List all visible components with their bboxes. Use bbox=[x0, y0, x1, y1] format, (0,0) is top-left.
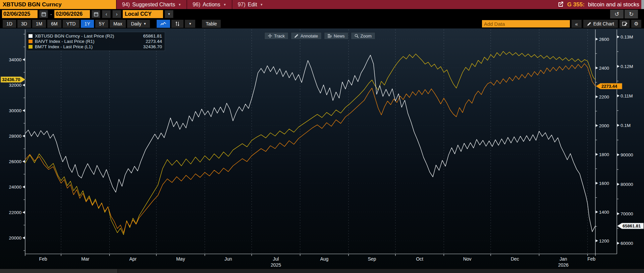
svg-text:Jul: Jul bbox=[273, 256, 279, 262]
chart-edit-icon bbox=[622, 22, 627, 26]
legend-label: BM7T Index - Last Price (L1) bbox=[35, 44, 141, 49]
range-button-ytd[interactable]: YTD bbox=[63, 20, 79, 28]
edit-chart-button[interactable]: Edit Chart bbox=[583, 20, 618, 28]
legend-row-bm7t[interactable]: BM7T Index - Last Price (L1) 32436.70 bbox=[29, 44, 162, 49]
add-data-input[interactable] bbox=[482, 20, 570, 27]
chevron-left-icon: ‹ bbox=[106, 11, 107, 17]
r1-last-price-tag: 2273.44 bbox=[596, 83, 622, 89]
range-button-1y[interactable]: 1Y bbox=[81, 20, 94, 28]
gridlines bbox=[25, 29, 617, 254]
chevron-down-icon: ▼ bbox=[168, 12, 171, 16]
bars-updown-icon bbox=[175, 21, 180, 26]
svg-text:Sep: Sep bbox=[368, 256, 376, 262]
range-button-max[interactable]: Max bbox=[110, 20, 126, 28]
bottom-status-strip bbox=[0, 269, 644, 273]
annotate-chart-button[interactable] bbox=[620, 20, 630, 28]
svg-text:2200: 2200 bbox=[599, 94, 609, 99]
currency-field[interactable]: Local CCY bbox=[123, 10, 163, 18]
chart-type-line-button[interactable] bbox=[157, 20, 170, 28]
menu-edit[interactable]: 97) Edit ▼ bbox=[232, 0, 269, 9]
news-button[interactable]: News bbox=[324, 32, 348, 40]
security-field[interactable]: XBTUSD BGN Curncy bbox=[0, 0, 116, 9]
title-bar: XBTUSD BGN Curncy 94) Suggested Charts ▼… bbox=[0, 0, 644, 9]
chevron-right-icon: › bbox=[116, 11, 118, 17]
legend-label: XBTUSD BGN Curncy - Last Price (R2) bbox=[35, 33, 141, 39]
menu-shortcut-number: 96) bbox=[193, 2, 200, 8]
l1-last-price-tag: 32436.70 bbox=[1, 76, 25, 82]
annotate-button[interactable]: Annotate bbox=[291, 32, 322, 40]
series-line-r1 bbox=[25, 64, 595, 233]
chart-name-label: bitcoin and ai stocks bbox=[588, 1, 639, 8]
svg-text:28000: 28000 bbox=[9, 134, 21, 139]
table-button[interactable]: Table bbox=[202, 20, 220, 28]
range-button-1m[interactable]: 1M bbox=[32, 20, 46, 28]
period-dropdown-button[interactable]: Daily ▼ bbox=[127, 20, 150, 28]
chart-style-bars-button[interactable] bbox=[171, 20, 183, 28]
chevron-down-icon: ▼ bbox=[260, 3, 263, 6]
news-label: News bbox=[334, 33, 345, 39]
chart-ref-label: G 355: bbox=[567, 1, 585, 8]
track-crosshair-icon bbox=[268, 34, 272, 38]
menu-actions[interactable]: 96) Actions ▼ bbox=[186, 0, 232, 9]
legend-value: 2273.44 bbox=[146, 39, 162, 44]
svg-text:22000: 22000 bbox=[9, 210, 21, 215]
svg-text:Jan: Jan bbox=[559, 256, 567, 262]
pencil-icon bbox=[587, 22, 591, 26]
undo-icon: ↺ bbox=[614, 11, 619, 18]
prev-period-button[interactable]: ‹ bbox=[102, 10, 111, 18]
svg-text:2000: 2000 bbox=[599, 123, 609, 128]
x-axis-labels: FebMarAprMayJunJulAugSepOctNovDecJanFeb2… bbox=[25, 254, 596, 268]
date-range-separator: - bbox=[50, 11, 53, 17]
track-button[interactable]: Track bbox=[264, 32, 288, 40]
svg-text:2273.44: 2273.44 bbox=[601, 84, 618, 89]
next-period-button[interactable]: › bbox=[112, 10, 121, 18]
zoom-label: Zoom bbox=[361, 33, 372, 39]
calendar-icon bbox=[94, 12, 98, 16]
chart-type-dropdown-button[interactable]: ▼ bbox=[185, 20, 195, 28]
range-button-5y[interactable]: 5Y bbox=[95, 20, 108, 28]
currency-dropdown-button[interactable]: ▼ bbox=[165, 10, 173, 18]
svg-text:Mar: Mar bbox=[81, 256, 89, 262]
end-date-field[interactable] bbox=[54, 10, 90, 18]
line-chart-icon bbox=[160, 22, 166, 26]
menu-shortcut-number: 94) bbox=[122, 2, 130, 8]
svg-text:32436.70: 32436.70 bbox=[2, 77, 20, 82]
start-date-field[interactable] bbox=[2, 10, 38, 18]
series-line-r2 bbox=[25, 55, 595, 232]
legend-label: BAIVT Index - Last Price (R1) bbox=[35, 39, 143, 44]
legend-panel: XBTUSD BGN Curncy - Last Price (R2) 6586… bbox=[26, 32, 165, 51]
zoom-button[interactable]: Zoom bbox=[351, 32, 375, 40]
gear-icon: ⚙ bbox=[634, 21, 638, 27]
svg-text:1400: 1400 bbox=[599, 210, 609, 215]
range-button-3d[interactable]: 3D bbox=[17, 20, 31, 28]
end-date-calendar-button[interactable] bbox=[92, 10, 100, 18]
undo-button[interactable]: ↺ bbox=[610, 10, 624, 18]
chevron-down-icon: ▼ bbox=[223, 3, 226, 6]
svg-text:60000: 60000 bbox=[621, 241, 633, 246]
double-chevron-left-icon: « bbox=[575, 21, 578, 27]
svg-text:0.12M: 0.12M bbox=[621, 64, 633, 69]
settings-button[interactable]: ⚙ bbox=[631, 20, 641, 28]
track-label: Track bbox=[274, 33, 285, 39]
svg-text:20000: 20000 bbox=[9, 235, 21, 241]
range-button-6m[interactable]: 6M bbox=[47, 20, 61, 28]
r2-last-price-tag: 65861.81 bbox=[617, 223, 644, 229]
collapse-panel-button[interactable]: « bbox=[572, 20, 582, 28]
legend-row-xbtusd[interactable]: XBTUSD BGN Curncy - Last Price (R2) 6586… bbox=[29, 33, 162, 39]
svg-text:1200: 1200 bbox=[599, 238, 609, 244]
redo-button[interactable]: ↻ bbox=[625, 10, 638, 18]
range-button-1d[interactable]: 1D bbox=[3, 20, 16, 28]
svg-text:80000: 80000 bbox=[621, 182, 633, 187]
external-link-icon[interactable] bbox=[558, 1, 564, 8]
svg-text:Feb: Feb bbox=[587, 256, 595, 262]
start-date-calendar-button[interactable] bbox=[39, 10, 48, 18]
menu-suggested-charts[interactable]: 94) Suggested Charts ▼ bbox=[116, 0, 186, 9]
svg-text:May: May bbox=[176, 256, 185, 262]
chevron-down-icon: ▼ bbox=[144, 22, 147, 25]
legend-row-baivt[interactable]: BAIVT Index - Last Price (R1) 2273.44 bbox=[29, 39, 162, 44]
l1-axis-labels: 3400032000300002800026000240002200020000 bbox=[9, 34, 25, 251]
svg-text:26000: 26000 bbox=[9, 159, 21, 164]
svg-text:Apr: Apr bbox=[129, 256, 137, 262]
svg-text:Aug: Aug bbox=[320, 256, 328, 262]
scrollbar-thumb[interactable] bbox=[641, 0, 644, 9]
